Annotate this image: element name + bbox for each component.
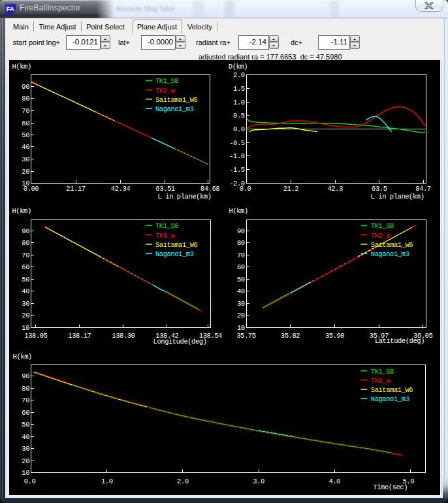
svg-text:TK6_w: TK6_w bbox=[155, 87, 175, 95]
svg-text:-1.0: -1.0 bbox=[229, 152, 245, 160]
svg-text:90: 90 bbox=[237, 227, 245, 235]
svg-text:138.17: 138.17 bbox=[68, 332, 91, 340]
svg-text:10: 10 bbox=[22, 469, 29, 477]
svg-text:1.5: 1.5 bbox=[233, 85, 245, 93]
svg-text:84.7: 84.7 bbox=[415, 185, 431, 193]
svg-text:1.0: 1.0 bbox=[101, 478, 113, 485]
svg-text:70: 70 bbox=[22, 397, 29, 404]
svg-text:Time(sec): Time(sec) bbox=[373, 483, 408, 491]
svg-text:138.05: 138.05 bbox=[24, 332, 47, 340]
svg-text:2.0: 2.0 bbox=[233, 71, 245, 79]
svg-text:35.90: 35.90 bbox=[325, 332, 344, 340]
svg-text:80: 80 bbox=[22, 95, 29, 103]
svg-text:80: 80 bbox=[22, 385, 29, 393]
svg-text:10: 10 bbox=[22, 324, 29, 332]
svg-text:40: 40 bbox=[237, 287, 245, 295]
svg-text:1.0: 1.0 bbox=[233, 99, 245, 106]
svg-text:20: 20 bbox=[22, 312, 29, 319]
svg-text:-0.5: -0.5 bbox=[229, 139, 245, 147]
svg-text:138.30: 138.30 bbox=[112, 332, 135, 340]
svg-text:40: 40 bbox=[22, 433, 29, 441]
svg-text:30: 30 bbox=[22, 445, 29, 453]
svg-text:D(km): D(km) bbox=[229, 63, 248, 71]
svg-text:50: 50 bbox=[22, 276, 29, 284]
svg-text:60: 60 bbox=[22, 120, 29, 127]
svg-text:60: 60 bbox=[22, 263, 29, 271]
svg-text:TK6_w: TK6_w bbox=[155, 232, 175, 240]
svg-text:20: 20 bbox=[237, 312, 245, 319]
svg-text:0.00: 0.00 bbox=[24, 185, 39, 193]
svg-text:42.3: 42.3 bbox=[327, 185, 343, 193]
svg-text:H(km): H(km) bbox=[12, 63, 31, 71]
svg-text:Longitude(deg): Longitude(deg) bbox=[153, 338, 207, 346]
svg-text:Saitama1_W6: Saitama1_W6 bbox=[155, 241, 198, 249]
svg-text:0.5: 0.5 bbox=[233, 112, 245, 120]
svg-text:90: 90 bbox=[22, 83, 29, 91]
svg-text:21.17: 21.17 bbox=[66, 185, 85, 193]
svg-text:0.0: 0.0 bbox=[240, 185, 251, 193]
svg-text:80: 80 bbox=[237, 239, 245, 247]
svg-text:TK1_S8: TK1_S8 bbox=[155, 222, 178, 230]
svg-text:2.0: 2.0 bbox=[177, 478, 189, 485]
svg-text:Nagano1_m3: Nagano1_m3 bbox=[155, 250, 194, 258]
svg-text:90: 90 bbox=[22, 372, 29, 380]
svg-text:84.68: 84.68 bbox=[200, 185, 219, 193]
svg-text:H(km): H(km) bbox=[229, 207, 248, 215]
svg-text:50: 50 bbox=[237, 276, 245, 284]
svg-text:30: 30 bbox=[22, 155, 29, 163]
svg-text:TK6_w: TK6_w bbox=[371, 377, 391, 385]
svg-text:20: 20 bbox=[22, 168, 29, 176]
svg-text:70: 70 bbox=[22, 252, 29, 259]
svg-text:20: 20 bbox=[22, 457, 29, 465]
svg-text:70: 70 bbox=[22, 107, 29, 115]
svg-text:Saitama1_W6: Saitama1_W6 bbox=[371, 241, 413, 249]
svg-text:0.0: 0.0 bbox=[233, 125, 245, 133]
svg-text:42.34: 42.34 bbox=[111, 185, 130, 193]
svg-text:50: 50 bbox=[22, 131, 29, 139]
svg-text:60: 60 bbox=[237, 263, 245, 271]
svg-text:4.0: 4.0 bbox=[328, 478, 340, 485]
svg-text:60: 60 bbox=[22, 409, 29, 417]
svg-text:0.0: 0.0 bbox=[24, 478, 36, 485]
svg-text:-1.5: -1.5 bbox=[229, 166, 245, 174]
svg-text:70: 70 bbox=[237, 252, 245, 259]
svg-text:Saitama1_W6: Saitama1_W6 bbox=[371, 386, 413, 394]
svg-text:10: 10 bbox=[237, 324, 245, 332]
svg-text:TK6_w: TK6_w bbox=[371, 232, 391, 240]
svg-text:30: 30 bbox=[22, 300, 29, 308]
svg-text:21.2: 21.2 bbox=[283, 185, 299, 193]
svg-text:TK1_S8: TK1_S8 bbox=[371, 368, 394, 376]
svg-text:30: 30 bbox=[237, 300, 245, 308]
svg-text:Saitama1_W6: Saitama1_W6 bbox=[155, 96, 198, 104]
svg-text:50: 50 bbox=[22, 421, 29, 429]
svg-text:35.75: 35.75 bbox=[236, 332, 255, 340]
svg-text:TK1_S8: TK1_S8 bbox=[371, 222, 394, 230]
svg-text:40: 40 bbox=[22, 143, 29, 151]
svg-text:H(km): H(km) bbox=[13, 353, 32, 361]
svg-text:Latitude(deg): Latitude(deg) bbox=[375, 337, 424, 345]
svg-text:L in plane(km): L in plane(km) bbox=[371, 193, 424, 201]
svg-text:35.82: 35.82 bbox=[281, 332, 300, 340]
svg-text:Nagano1_m3: Nagano1_m3 bbox=[371, 250, 409, 258]
svg-text:TK1_S8: TK1_S8 bbox=[155, 77, 178, 85]
svg-text:Nagano1_m3: Nagano1_m3 bbox=[371, 395, 409, 403]
svg-text:63.51: 63.51 bbox=[155, 185, 174, 193]
svg-text:Nagano1_m3: Nagano1_m3 bbox=[155, 105, 194, 113]
svg-text:80: 80 bbox=[22, 239, 29, 247]
svg-text:L in plane(km): L in plane(km) bbox=[158, 193, 212, 201]
svg-text:3.0: 3.0 bbox=[253, 478, 264, 485]
svg-text:40: 40 bbox=[22, 287, 29, 295]
svg-text:63.5: 63.5 bbox=[372, 185, 387, 193]
svg-text:H(km): H(km) bbox=[12, 207, 31, 215]
svg-text:90: 90 bbox=[22, 227, 29, 235]
